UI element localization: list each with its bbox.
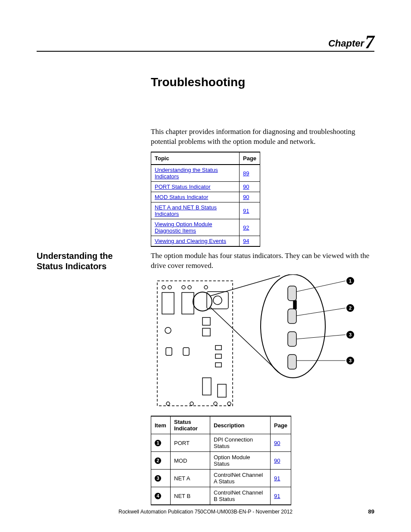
svg-point-12 — [165, 327, 171, 333]
chapter-rule — [37, 51, 374, 52]
svg-line-33 — [296, 308, 346, 316]
ind-desc: ControlNet Channel B Status — [210, 487, 271, 505]
topic-link[interactable]: MOD Status Indicator — [155, 194, 208, 200]
module-svg: 1 2 3 3 — [151, 274, 360, 408]
svg-rect-17 — [215, 363, 221, 367]
svg-rect-28 — [288, 309, 296, 324]
svg-rect-31 — [293, 301, 296, 309]
section-paragraph: The option module has four status indica… — [151, 251, 374, 271]
svg-rect-29 — [288, 332, 296, 346]
callout-2: 2 — [349, 305, 352, 311]
chapter-number: 7 — [365, 31, 374, 53]
callout-3: 3 — [349, 332, 352, 337]
page-link[interactable]: 91 — [274, 493, 280, 499]
page-link[interactable]: 91 — [243, 208, 249, 214]
table-row: Viewing Option Module Diagnostic Items 9… — [151, 219, 260, 236]
page-number: 89 — [368, 508, 374, 515]
page-link[interactable]: 90 — [243, 194, 249, 200]
table-row: PORT Status Indicator 90 — [151, 182, 260, 192]
item-badge: 2 — [155, 457, 161, 464]
svg-point-22 — [214, 402, 217, 405]
callout-4: 3 — [349, 358, 352, 363]
ind-header-status: Status Indicator — [171, 416, 210, 434]
topics-header-topic: Topic — [151, 152, 240, 165]
table-row: 2 MOD Option Module Status 90 — [151, 452, 291, 470]
table-row: NET A and NET B Status Indicators 91 — [151, 202, 260, 219]
svg-point-23 — [227, 402, 231, 405]
svg-line-25 — [210, 307, 280, 373]
table-row: 1 PORT DPI Connection Status 90 — [151, 434, 291, 452]
module-figure: 1 2 3 3 — [151, 274, 360, 408]
svg-rect-27 — [288, 286, 296, 301]
ind-desc: ControlNet Channel A Status — [210, 470, 271, 487]
page-link[interactable]: 94 — [243, 238, 249, 244]
svg-rect-16 — [215, 354, 221, 358]
callout-1: 1 — [349, 278, 352, 283]
item-badge: 1 — [155, 440, 161, 446]
svg-line-32 — [296, 281, 346, 292]
ind-header-desc: Description — [210, 416, 271, 434]
svg-rect-14 — [183, 348, 189, 355]
table-row: 3 NET A ControlNet Channel A Status 91 — [151, 470, 291, 487]
svg-point-5 — [204, 286, 208, 289]
topics-header-page: Page — [240, 152, 260, 165]
topic-link[interactable]: Understanding the Status Indicators — [155, 167, 218, 180]
svg-rect-30 — [288, 355, 296, 369]
svg-line-24 — [210, 276, 280, 296]
item-badge: 3 — [155, 475, 161, 482]
topic-link[interactable]: Viewing Option Module Diagnostic Items — [155, 221, 212, 234]
ind-desc: Option Module Status — [210, 452, 271, 470]
item-badge: 4 — [155, 493, 161, 499]
svg-rect-18 — [202, 378, 211, 395]
page-link[interactable]: 90 — [243, 184, 249, 190]
ind-status: NET A — [171, 470, 210, 487]
page-link[interactable]: 90 — [274, 457, 280, 464]
table-row: Understanding the Status Indicators 89 — [151, 165, 260, 182]
svg-rect-10 — [202, 317, 210, 325]
ind-status: PORT — [171, 434, 210, 452]
ind-header-item: Item — [151, 416, 171, 434]
intro-paragraph: This chapter provides information for di… — [151, 127, 374, 147]
topic-link[interactable]: PORT Status Indicator — [155, 184, 211, 190]
ind-status: MOD — [171, 452, 210, 470]
table-row: 4 NET B ControlNet Channel B Status 91 — [151, 487, 291, 505]
svg-point-2 — [168, 286, 171, 289]
zoom-circle-icon — [193, 292, 212, 311]
page-link[interactable]: 91 — [274, 475, 280, 482]
svg-line-34 — [296, 335, 346, 339]
topic-link[interactable]: Viewing and Clearing Events — [155, 238, 226, 244]
table-row: MOD Status Indicator 90 — [151, 192, 260, 202]
chapter-word: Chapter — [328, 38, 364, 49]
svg-rect-11 — [202, 328, 210, 336]
chapter-label: Chapter7 — [328, 31, 374, 53]
svg-rect-0 — [157, 281, 233, 406]
topic-link[interactable]: NET A and NET B Status Indicators — [155, 204, 217, 217]
svg-rect-7 — [182, 292, 194, 314]
svg-rect-13 — [166, 348, 172, 355]
table-row: Viewing and Clearing Events 94 — [151, 236, 260, 247]
svg-rect-15 — [215, 345, 221, 350]
svg-rect-6 — [162, 292, 174, 314]
svg-point-20 — [166, 402, 170, 405]
footer: Rockwell Automation Publication 750COM-U… — [37, 509, 374, 515]
svg-point-3 — [182, 286, 185, 289]
svg-point-4 — [188, 286, 191, 289]
ind-status: NET B — [171, 487, 210, 505]
page-title: Troubleshooting — [151, 75, 245, 89]
svg-point-21 — [190, 402, 193, 405]
svg-point-9 — [213, 296, 222, 305]
page-link[interactable]: 89 — [243, 170, 249, 177]
section-heading: Understanding the Status Indicators — [37, 251, 136, 271]
topics-table: Topic Page Understanding the Status Indi… — [151, 152, 260, 247]
indicators-table: Item Status Indicator Description Page 1… — [151, 416, 291, 505]
publication-line: Rockwell Automation Publication 750COM-U… — [37, 509, 374, 515]
page-link[interactable]: 92 — [243, 224, 249, 231]
page-link[interactable]: 90 — [274, 440, 280, 446]
ind-desc: DPI Connection Status — [210, 434, 271, 452]
svg-point-1 — [162, 286, 165, 289]
svg-rect-19 — [218, 384, 226, 397]
svg-rect-8 — [207, 292, 228, 309]
ind-header-page: Page — [271, 416, 291, 434]
